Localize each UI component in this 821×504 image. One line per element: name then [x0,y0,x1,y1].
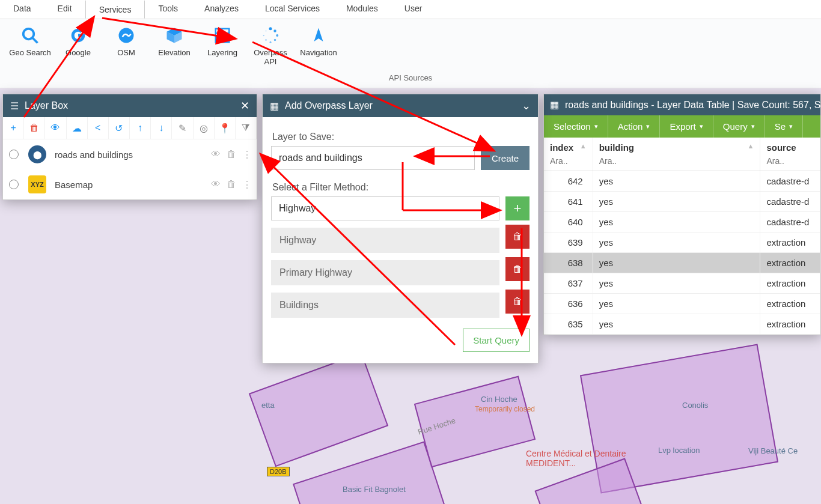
trash-icon[interactable]: 🗑 [227,179,236,190]
layer-tool-filter[interactable]: ⧩ [236,117,257,139]
ribbon-navigation[interactable]: Navigation [295,23,343,68]
svg-point-8 [273,29,276,32]
osm-icon [116,25,136,46]
layer-name-input[interactable] [271,146,475,170]
col-source[interactable]: source [760,138,820,171]
chevron-down-icon: ▾ [789,123,793,130]
layer-tool-down[interactable]: ↓ [151,117,172,139]
data-table-header[interactable]: ▦ roads and buildings - Layer Data Table… [544,94,820,115]
save-label: Layer to Save: [272,132,530,142]
more-icon[interactable]: ⋮ [242,179,252,190]
data-table-title: roads and buildings - Layer Data Table |… [565,100,820,111]
table-row[interactable]: 638yesextraction [544,253,820,273]
filter-input[interactable] [271,196,499,220]
menu-item-user[interactable]: User [391,0,436,19]
layer-radio[interactable] [9,150,19,159]
cell-index: 636 [544,294,593,314]
grid-icon: ▦ [270,100,279,112]
filter-item[interactable]: Highway [271,228,499,253]
layer-tool-trash[interactable]: 🗑 [24,117,45,139]
layer-box-title: Layer Box [25,100,236,111]
minimize-icon[interactable]: ⌄ [522,99,531,112]
layer-row[interactable]: ⬤roads and buildings👁🗑⋮ [3,139,257,169]
data-table-tabs: Selection▾Action▾Export▾Query▾Se▾ [544,115,820,138]
map-label-viji: Viji Beauté Ce [748,446,798,455]
layer-radio[interactable] [9,180,19,189]
ribbon: Geo SearchGoogleOSMElevationLayeringOver… [0,19,821,88]
ribbon-google[interactable]: Google [54,23,102,68]
ribbon-overpass-api[interactable]: Overpass API [246,23,295,68]
col-index[interactable]: index▲ [544,138,593,171]
table-row[interactable]: 639yesextraction [544,232,820,253]
layer-tool-eye[interactable]: 👁 [45,117,66,139]
layer-name: Basemap [55,180,205,190]
cell-index: 639 [544,232,593,252]
delete-filter-button[interactable]: 🗑 [505,257,530,281]
layer-tool-target[interactable]: ◎ [194,117,215,139]
layer-tool-edit[interactable]: ✎ [172,117,193,139]
trash-icon[interactable]: 🗑 [227,149,236,160]
layer-tool-add[interactable]: + [3,117,24,139]
delete-filter-button[interactable]: 🗑 [505,290,530,314]
dt-tab-selection[interactable]: Selection▾ [544,115,608,138]
dt-tab-se[interactable]: Se▾ [765,115,803,138]
filter-item[interactable]: Buildings [271,293,499,318]
menu-item-analyzes[interactable]: Analyzes [191,0,252,19]
overpass-header[interactable]: ▦ Add Overpass Layer ⌄ [263,94,538,117]
menu-item-services[interactable]: Services [85,0,145,19]
add-filter-button[interactable]: + [505,196,530,220]
search-index[interactable] [550,156,587,166]
xyz-badge: XYZ [28,175,46,193]
layer-tool-share[interactable]: < [88,117,109,139]
cell-index: 637 [544,273,593,293]
dt-tab-action[interactable]: Action▾ [608,115,661,138]
menu-item-edit[interactable]: Edit [44,0,85,19]
layer-box-header[interactable]: ☰ Layer Box ✕ [3,94,257,117]
overpass-panel: ▦ Add Overpass Layer ⌄ Layer to Save: Cr… [262,94,539,363]
search-building[interactable] [599,156,754,166]
layer-row[interactable]: XYZBasemap👁🗑⋮ [3,169,257,199]
layer-tool-cloud[interactable]: ☁ [67,117,88,139]
table-row[interactable]: 637yesextraction [544,273,820,294]
nav-icon [308,25,329,46]
svg-point-11 [270,41,272,43]
cell-building: yes [593,192,761,211]
table-row[interactable]: 642yescadastre-d [544,171,820,192]
ribbon-layering[interactable]: Layering [198,23,246,68]
dt-tab-query[interactable]: Query▾ [713,115,765,138]
sort-icon[interactable]: ▲ [748,142,754,153]
ribbon-elevation[interactable]: Elevation [150,23,198,68]
map-label-closed: Temporarily closed [475,405,535,413]
col-building[interactable]: building▲ [593,138,761,171]
layer-tool-up[interactable]: ↑ [130,117,151,139]
svg-point-12 [265,39,267,41]
eye-icon[interactable]: 👁 [211,149,221,160]
create-button[interactable]: Create [481,146,530,170]
ribbon-geo-search[interactable]: Geo Search [6,23,54,68]
filter-item[interactable]: Primary Highway [271,260,499,285]
menu-item-tools[interactable]: Tools [145,0,191,19]
more-icon[interactable]: ⋮ [242,149,252,160]
dt-tab-export[interactable]: Export▾ [660,115,713,138]
search-source[interactable] [766,156,814,166]
layer-tool-refresh[interactable]: ↺ [109,117,130,139]
start-query-button[interactable]: Start Query [463,329,530,352]
map-label-d20b: D20B [267,467,290,476]
table-row[interactable]: 636yesextraction [544,294,820,314]
eye-icon[interactable]: 👁 [211,179,221,190]
table-row[interactable]: 640yescadastre-d [544,212,820,232]
menu-item-data[interactable]: Data [0,0,44,19]
menu-item-local-services[interactable]: Local Services [252,0,333,19]
close-icon[interactable]: ✕ [240,99,249,112]
ribbon-group-label: API Sources [6,68,815,86]
table-row[interactable]: 635yesextraction [544,314,820,335]
map-label-rue: Rue Hoche [417,416,456,436]
menu-item-modules[interactable]: Modules [333,0,391,19]
sort-icon[interactable]: ▲ [580,142,587,153]
ribbon-osm[interactable]: OSM [102,23,150,68]
table-row[interactable]: 641yescadastre-d [544,192,820,212]
delete-filter-button[interactable]: 🗑 [505,225,530,249]
layer-tool-pin[interactable]: 📍 [215,117,236,139]
cell-index: 638 [544,253,593,273]
chevron-down-icon: ▾ [751,123,755,130]
